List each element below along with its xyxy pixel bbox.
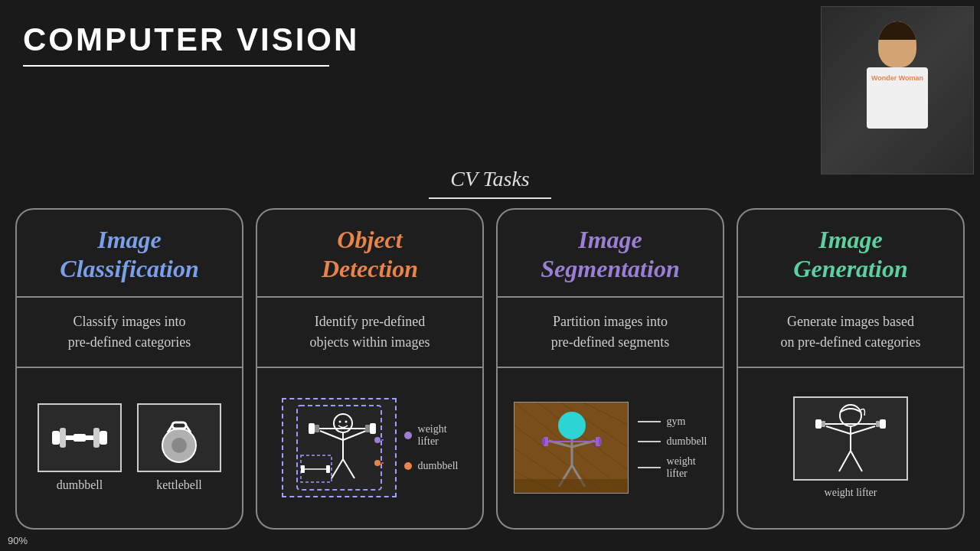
svg-point-41 [558,412,586,439]
svg-rect-22 [370,423,376,434]
ic-kettlebell-box [137,403,221,472]
od-dot-dumbbell [404,462,412,470]
dumbbell-icon [49,419,110,457]
card-object-detection: ObjectDetection Identify pre-definedobje… [256,208,484,530]
speaker-figure: Wonder Woman [844,18,951,163]
card-header-detection: ObjectDetection [257,210,482,298]
ic-kettlebell-label: kettlebell [156,478,202,492]
is-label-dumbbell: dumbbell [638,435,707,448]
card-title-classification: ImageClassification [29,225,230,284]
svg-rect-20 [309,423,315,434]
ic-dumbbell: dumbbell [38,403,122,492]
od-stickman [293,402,385,494]
card-visual-detection: weightlifter dumbbell [257,368,482,528]
cards-container: ImageClassification Classify images into… [15,208,965,530]
zoom-label: 90% [8,535,28,546]
svg-rect-11 [297,406,381,490]
ic-kettlebell: kettlebell [137,403,221,492]
svg-rect-27 [301,465,305,473]
card-header-segmentation: ImageSegmentation [498,210,723,298]
svg-rect-23 [365,425,370,432]
kettlebell-icon [152,411,206,465]
is-image [514,402,629,494]
svg-rect-28 [326,465,330,473]
ic-dumbbell-label: dumbbell [57,478,103,492]
card-visual-generation: weight lifter [738,368,963,528]
svg-rect-21 [315,425,319,432]
svg-rect-61 [880,419,886,429]
svg-rect-59 [815,419,822,429]
is-label-gym: gym [638,416,707,428]
svg-rect-48 [599,439,602,445]
ig-label-weightlifter: weight lifter [825,487,877,499]
segmentation-image [514,403,629,494]
generation-stickman [797,399,904,479]
title-underline [23,65,329,67]
is-line-dumbbell [638,441,661,442]
is-visual: gym dumbbell weightlifter [514,402,707,494]
ig-visual: weight lifter [793,396,908,499]
card-desc-generation: Generate images basedon pre-defined cate… [738,298,963,368]
speaker-hair [878,21,916,40]
od-main-box [282,398,397,497]
is-label-weightlifter: weightlifter [638,455,707,480]
card-title-segmentation: ImageSegmentation [510,225,710,284]
is-text-gym: gym [667,416,686,428]
svg-rect-60 [822,421,825,427]
is-labels: gym dumbbell weightlifter [638,416,707,480]
speaker-shirt-text: Wonder Woman [868,75,926,83]
svg-line-25 [343,459,354,478]
ic-dumbbell-box [38,403,122,472]
svg-rect-8 [172,422,186,429]
speaker-head [878,21,916,67]
card-header-generation: ImageGeneration [738,210,963,298]
svg-point-13 [334,414,352,432]
is-text-dumbbell: dumbbell [667,435,707,448]
ic-visual: dumbbell kettlebell [38,403,221,492]
ig-image-box [793,396,908,481]
svg-rect-46 [542,439,545,445]
speaker-webcam: Wonder Woman [821,6,974,174]
svg-rect-4 [60,428,66,448]
card-desc-classification: Classify images intopre-defined categori… [17,298,242,368]
svg-point-15 [345,421,347,423]
card-title-detection: ObjectDetection [270,225,470,284]
card-title-generation: ImageGeneration [750,225,951,284]
cv-tasks-underline [429,197,551,199]
svg-rect-5 [93,428,100,448]
page-title: COMPUTER VISION [23,21,359,58]
svg-rect-62 [876,421,880,427]
is-line-gym [638,421,661,422]
svg-rect-52 [514,479,629,494]
card-desc-detection: Identify pre-definedobjects within image… [257,298,482,368]
card-desc-segmentation: Partition images intopre-defined segment… [498,298,723,368]
od-dot-weightlifter [404,432,412,439]
od-text-weightlifter: weightlifter [418,423,447,448]
is-line-weightlifter [638,467,661,468]
od-text-dumbbell: dumbbell [418,460,459,472]
card-header-classification: ImageClassification [17,210,242,298]
card-image-segmentation: ImageSegmentation Partition images intop… [496,208,724,530]
card-visual-segmentation: gym dumbbell weightlifter [498,368,723,528]
svg-point-14 [338,421,341,423]
is-text-weightlifter: weightlifter [667,455,696,480]
card-image-classification: ImageClassification Classify images into… [15,208,243,530]
od-label-dumbbell: dumbbell [404,460,459,472]
od-label-weightlifter: weightlifter [404,423,459,448]
svg-line-24 [332,459,343,478]
svg-point-7 [172,438,187,453]
card-image-generation: ImageGeneration Generate images basedon … [737,208,965,530]
cv-tasks-label: CV Tasks [0,167,980,191]
od-visual: weightlifter dumbbell [266,398,473,497]
od-labels: weightlifter dumbbell [404,423,459,472]
card-visual-classification: dumbbell kettlebell [17,368,242,528]
